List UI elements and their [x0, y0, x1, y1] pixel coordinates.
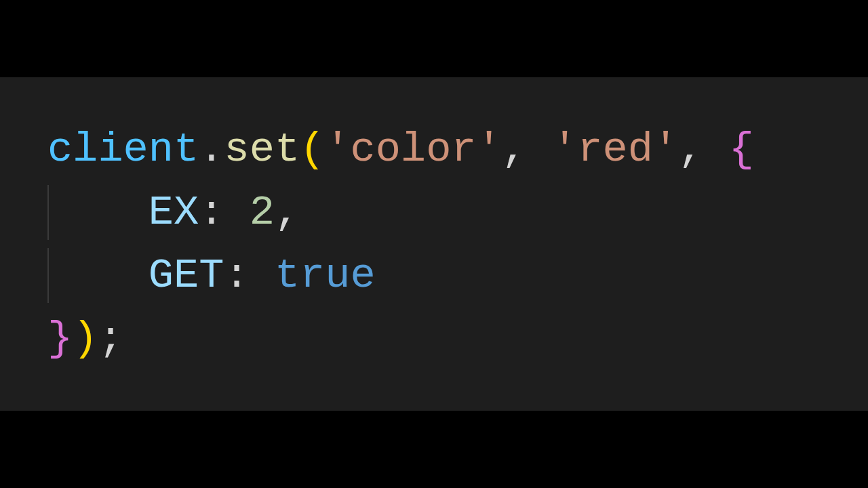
code-line-4: });	[47, 307, 868, 370]
token-variable: client	[47, 125, 199, 174]
token-property-get: GET	[149, 251, 224, 300]
token-number: 2	[250, 188, 275, 237]
code-line-2: EX: 2,	[47, 181, 868, 244]
token-property-ex: EX	[149, 188, 199, 237]
token-open-paren: (	[300, 125, 325, 174]
token-dot: .	[199, 125, 224, 174]
token-close-brace: }	[47, 314, 73, 363]
token-colon: :	[224, 251, 274, 300]
token-string-color: 'color'	[325, 125, 501, 174]
indent-guide	[47, 251, 149, 300]
token-comma: ,	[678, 125, 728, 174]
token-close-paren: )	[73, 314, 98, 363]
token-comma: ,	[275, 188, 300, 237]
token-method: set	[224, 125, 300, 174]
token-boolean: true	[275, 251, 376, 300]
token-open-brace: {	[729, 125, 754, 174]
token-string-red: 'red'	[552, 125, 678, 174]
token-colon: :	[199, 188, 249, 237]
indent-guide	[47, 188, 149, 237]
code-editor-panel[interactable]: client.set('color', 'red', { EX: 2, GET:…	[0, 77, 868, 411]
code-line-1: client.set('color', 'red', {	[47, 118, 868, 181]
code-line-3: GET: true	[47, 244, 868, 307]
token-comma: ,	[502, 125, 552, 174]
token-semicolon: ;	[98, 314, 123, 363]
